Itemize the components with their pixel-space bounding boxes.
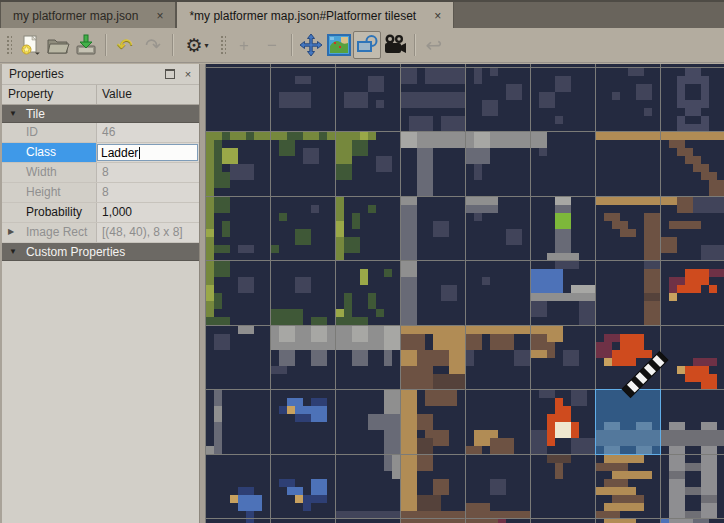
chevron-down-icon: ▼ xyxy=(9,109,17,118)
automap-button[interactable]: ⚙ ▾ xyxy=(178,31,216,59)
property-value: 8 xyxy=(97,163,199,182)
toolbar-grip-handle[interactable] xyxy=(6,35,12,55)
property-label: Width xyxy=(2,163,97,182)
undo-icon: ↶ xyxy=(117,36,133,55)
float-panel-button[interactable] xyxy=(163,67,177,81)
tab-label: *my platformer map.json#Platformer tiles… xyxy=(189,9,416,23)
tileset-image-button[interactable] xyxy=(325,31,353,59)
toolbar-grip-handle[interactable] xyxy=(220,35,226,55)
class-value-text: Ladder xyxy=(101,144,138,162)
property-label: ▶ Image Rect xyxy=(2,223,97,242)
add-button: + xyxy=(230,31,258,59)
properties-column-header: Property Value xyxy=(2,85,199,105)
toolbar-separator xyxy=(172,34,173,56)
close-panel-button[interactable]: × xyxy=(181,67,195,81)
chevron-down-icon: ▾ xyxy=(205,41,209,50)
return-arrow-icon: ↩ xyxy=(426,35,443,55)
property-row-id[interactable]: ID 46 xyxy=(2,123,199,143)
save-icon xyxy=(74,33,98,57)
move-tool-button[interactable] xyxy=(297,31,325,59)
camera-icon xyxy=(382,33,408,57)
property-value: 8 xyxy=(97,183,199,202)
undo-button[interactable]: ↶ xyxy=(111,31,139,59)
column-property: Property xyxy=(2,85,97,104)
column-value: Value xyxy=(97,85,199,104)
redo-button: ↷ xyxy=(139,31,167,59)
main-toolbar: ↶ ↷ ⚙ ▾ + − xyxy=(0,28,724,63)
property-label: Probability xyxy=(2,203,97,222)
chevron-right-icon[interactable]: ▶ xyxy=(8,223,14,241)
property-label: Height xyxy=(2,183,97,202)
float-icon xyxy=(165,69,175,79)
remove-button: − xyxy=(258,31,286,59)
property-row-probability[interactable]: Probability 1,000 xyxy=(2,203,199,223)
tab-map-file[interactable]: my platformer map.json × xyxy=(0,2,176,30)
property-row-class[interactable]: Class Ladder xyxy=(2,143,199,163)
group-header-tile[interactable]: ▼ Tile xyxy=(2,105,199,123)
toolbar-separator xyxy=(414,34,415,56)
document-tab-bar: my platformer map.json × *my platformer … xyxy=(0,0,724,30)
done-button: ↩ xyxy=(420,31,448,59)
tiled-editor-window: my platformer map.json × *my platformer … xyxy=(0,0,724,523)
properties-panel: Properties × Property Value ▼ Tile ID 46… xyxy=(0,64,199,523)
camera-button[interactable] xyxy=(381,31,409,59)
property-label: Class xyxy=(2,143,97,162)
property-value: 1,000 xyxy=(97,203,199,222)
text-caret xyxy=(139,147,140,159)
open-folder-icon xyxy=(46,34,70,56)
new-file-icon xyxy=(19,34,41,56)
group-label: Tile xyxy=(26,107,45,121)
property-value: [(48, 40), 8 x 8] xyxy=(97,223,199,242)
move-tool-icon xyxy=(299,33,323,57)
close-icon[interactable]: × xyxy=(154,9,165,23)
property-row-image-rect[interactable]: ▶ Image Rect [(48, 40), 8 x 8] xyxy=(2,223,199,243)
save-button[interactable] xyxy=(72,31,100,59)
shapes-tool-icon xyxy=(355,33,379,57)
panel-title: Properties xyxy=(9,67,64,81)
gears-icon: ⚙ xyxy=(185,36,202,55)
minus-icon: − xyxy=(267,37,277,54)
redo-icon: ↷ xyxy=(145,36,161,55)
property-label: ID xyxy=(2,123,97,142)
open-file-button[interactable] xyxy=(44,31,72,59)
property-value: 46 xyxy=(97,123,199,142)
tab-label: my platformer map.json xyxy=(13,9,138,23)
tileset-image-icon xyxy=(327,34,351,56)
property-row-width[interactable]: Width 8 xyxy=(2,163,199,183)
tab-tileset[interactable]: *my platformer map.json#Platformer tiles… xyxy=(176,2,454,30)
shapes-tool-button[interactable] xyxy=(353,31,381,59)
group-label: Custom Properties xyxy=(26,245,125,259)
chevron-down-icon: ▼ xyxy=(9,247,17,256)
new-file-button[interactable] xyxy=(16,31,44,59)
group-header-custom-properties[interactable]: ▼ Custom Properties xyxy=(2,243,199,261)
close-icon[interactable]: × xyxy=(432,9,443,23)
class-value-input[interactable]: Ladder xyxy=(97,144,198,161)
tileset-view[interactable] xyxy=(205,64,724,523)
toolbar-separator xyxy=(105,34,106,56)
properties-title-bar[interactable]: Properties × xyxy=(2,64,199,85)
property-row-height[interactable]: Height 8 xyxy=(2,183,199,203)
toolbar-separator xyxy=(291,34,292,56)
plus-icon: + xyxy=(239,37,249,54)
